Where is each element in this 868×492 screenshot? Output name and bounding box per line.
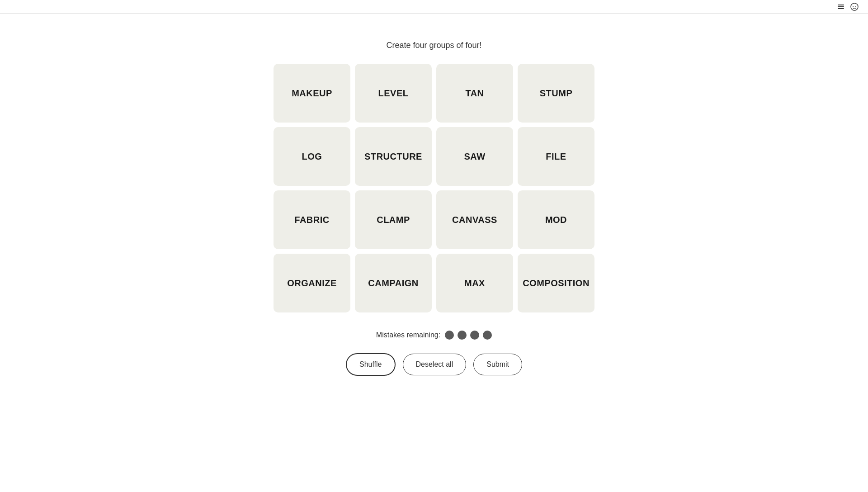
word-tile[interactable]: STRUCTURE xyxy=(355,127,432,186)
word-tile[interactable]: SAW xyxy=(436,127,513,186)
word-tile[interactable]: LOG xyxy=(274,127,350,186)
mistake-dot xyxy=(458,331,467,340)
word-grid: MAKEUPLEVELTANSTUMPLOGSTRUCTURESAWFILEFA… xyxy=(274,64,594,312)
shuffle-button[interactable]: Shuffle xyxy=(346,353,396,376)
mistake-dot xyxy=(445,331,454,340)
word-tile[interactable]: FILE xyxy=(518,127,594,186)
word-tile[interactable]: MAX xyxy=(436,254,513,312)
face-icon[interactable] xyxy=(850,2,859,11)
word-tile[interactable]: CANVASS xyxy=(436,190,513,249)
mistake-dot xyxy=(470,331,479,340)
deselect-all-button[interactable]: Deselect all xyxy=(403,354,467,375)
word-tile[interactable]: COMPOSITION xyxy=(518,254,594,312)
mistake-dot xyxy=(483,331,492,340)
word-tile[interactable]: STUMP xyxy=(518,64,594,123)
word-tile[interactable]: TAN xyxy=(436,64,513,123)
mistakes-label: Mistakes remaining: xyxy=(376,331,440,339)
svg-rect-2 xyxy=(838,8,844,9)
word-tile[interactable]: ORGANIZE xyxy=(274,254,350,312)
word-tile[interactable]: MOD xyxy=(518,190,594,249)
submit-button[interactable]: Submit xyxy=(473,354,522,375)
svg-rect-0 xyxy=(838,5,844,5)
word-tile[interactable]: CAMPAIGN xyxy=(355,254,432,312)
menu-icon[interactable] xyxy=(836,2,845,11)
word-tile[interactable]: FABRIC xyxy=(274,190,350,249)
word-tile[interactable]: LEVEL xyxy=(355,64,432,123)
subtitle: Create four groups of four! xyxy=(386,41,481,50)
word-tile[interactable]: MAKEUP xyxy=(274,64,350,123)
top-bar xyxy=(0,0,868,14)
main-content: Create four groups of four! MAKEUPLEVELT… xyxy=(0,14,868,376)
buttons-row: Shuffle Deselect all Submit xyxy=(346,353,522,376)
svg-point-4 xyxy=(853,6,854,7)
mistakes-row: Mistakes remaining: xyxy=(376,331,492,340)
svg-point-3 xyxy=(851,3,858,10)
svg-rect-1 xyxy=(838,6,844,7)
svg-point-5 xyxy=(855,6,856,7)
mistakes-dots xyxy=(445,331,492,340)
word-tile[interactable]: CLAMP xyxy=(355,190,432,249)
